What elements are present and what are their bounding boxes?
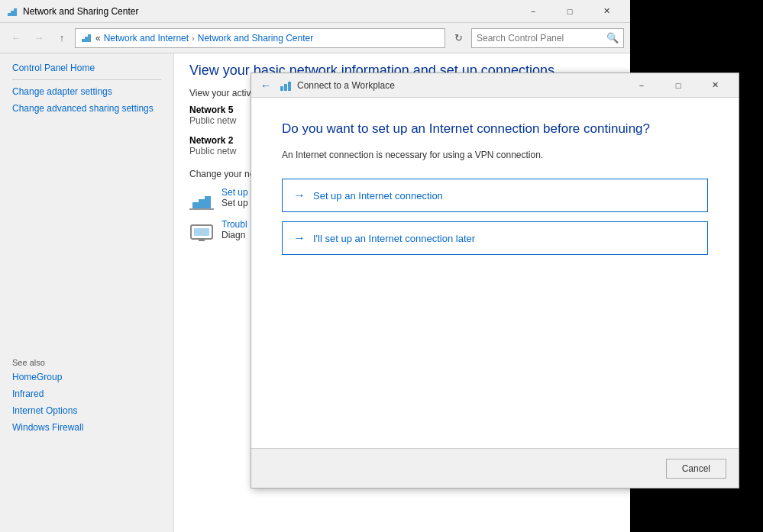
dialog-icon: [279, 79, 293, 92]
title-bar: Network and Sharing Center − □ ✕: [0, 0, 630, 23]
search-icon: 🔍: [606, 32, 619, 44]
svg-rect-3: [82, 39, 85, 42]
setup-icon: [189, 187, 214, 211]
dialog-option-setup[interactable]: → Set up an Internet connection: [282, 179, 708, 212]
svg-rect-11: [194, 228, 209, 236]
dialog-title-bar: ← Connect to a Workplace − □ ✕: [251, 73, 739, 98]
breadcrumb-part1[interactable]: Network and Internet: [104, 33, 189, 44]
window-icon: [6, 5, 18, 18]
dialog-heading: Do you want to set up an Internet connec…: [282, 121, 708, 137]
sidebar-windows-firewall[interactable]: Windows Firewall: [12, 422, 161, 433]
option-2-arrow: →: [293, 231, 306, 245]
refresh-button[interactable]: ↻: [448, 28, 468, 48]
dialog-title-controls: − □ ✕: [624, 76, 732, 95]
maximize-button[interactable]: □: [552, 2, 587, 21]
option-1-arrow: →: [293, 189, 306, 202]
up-button[interactable]: ↑: [52, 28, 72, 48]
dialog-footer: Cancel: [251, 448, 739, 488]
search-input[interactable]: [477, 33, 606, 44]
sidebar: Control Panel Home Change adapter settin…: [0, 53, 174, 532]
forward-button[interactable]: →: [29, 28, 49, 48]
svg-rect-5: [88, 34, 91, 42]
breadcrumb: « Network and Internet › Network and Sha…: [75, 28, 445, 48]
dialog-maximize-button[interactable]: □: [661, 76, 696, 95]
dialog-back-button[interactable]: ←: [257, 77, 274, 94]
svg-rect-1: [11, 11, 14, 16]
svg-rect-6: [192, 202, 199, 208]
action-2-desc: Diagn: [221, 230, 247, 240]
close-button[interactable]: ✕: [589, 2, 624, 21]
address-bar: ← → ↑ « Network and Internet › Network a…: [0, 23, 630, 53]
sidebar-control-panel-home[interactable]: Control Panel Home: [12, 63, 161, 73]
breadcrumb-part2[interactable]: Network and Sharing Center: [198, 33, 313, 44]
option-2-label: I'll set up an Internet connection later: [313, 233, 475, 244]
svg-rect-12: [199, 239, 205, 241]
action-2-link[interactable]: Troubl: [221, 219, 247, 230]
see-also-title: See also: [12, 358, 161, 367]
action-1-desc: Set up: [221, 198, 248, 208]
search-box: 🔍: [471, 28, 624, 48]
dialog: ← Connect to a Workplace − □ ✕ Do you wa…: [251, 73, 739, 488]
sidebar-homegroup[interactable]: HomeGroup: [12, 372, 161, 382]
svg-rect-0: [8, 13, 11, 16]
back-button[interactable]: ←: [6, 28, 26, 48]
breadcrumb-icon: [80, 32, 92, 44]
sidebar-infrared[interactable]: Infrared: [12, 389, 161, 399]
action-1-link[interactable]: Set up: [221, 187, 248, 198]
svg-rect-13: [280, 86, 283, 91]
svg-rect-7: [199, 199, 205, 208]
sidebar-divider: [12, 79, 161, 80]
dialog-title-left: ← Connect to a Workplace: [257, 77, 624, 94]
cancel-button[interactable]: Cancel: [666, 459, 726, 479]
svg-rect-4: [85, 37, 88, 42]
dialog-content: Do you want to set up an Internet connec…: [251, 98, 739, 448]
title-bar-controls: − □ ✕: [516, 2, 624, 21]
title-bar-left: Network and Sharing Center: [6, 5, 138, 18]
dialog-minimize-button[interactable]: −: [624, 76, 659, 95]
dialog-close-button[interactable]: ✕: [697, 76, 732, 95]
svg-rect-9: [189, 208, 214, 210]
sidebar-change-advanced[interactable]: Change advanced sharing settings: [12, 103, 161, 114]
minimize-button[interactable]: −: [516, 2, 551, 21]
svg-rect-15: [288, 82, 291, 91]
svg-rect-8: [205, 196, 211, 208]
dialog-option-later[interactable]: → I'll set up an Internet connection lat…: [282, 221, 708, 255]
breadcrumb-sep: ›: [192, 34, 195, 43]
dialog-subtext: An Internet connection is necessary for …: [282, 150, 708, 160]
option-1-label: Set up an Internet connection: [313, 190, 443, 202]
svg-rect-2: [14, 8, 17, 16]
sidebar-internet-options[interactable]: Internet Options: [12, 405, 161, 416]
troubleshoot-icon: [189, 219, 214, 243]
dialog-title-text: Connect to a Workplace: [297, 80, 395, 91]
action-1-texts: Set up Set up: [221, 187, 248, 208]
window-title: Network and Sharing Center: [23, 6, 138, 17]
svg-rect-14: [284, 84, 287, 91]
action-2-texts: Troubl Diagn: [221, 219, 247, 240]
sidebar-change-adapter[interactable]: Change adapter settings: [12, 86, 161, 97]
